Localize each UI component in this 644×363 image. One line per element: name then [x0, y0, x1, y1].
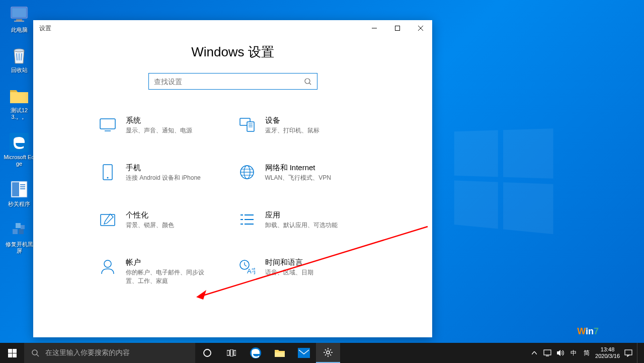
apps-icon: [238, 210, 256, 229]
accounts-icon: [99, 258, 117, 276]
tray-clock[interactable]: 13:48 2020/3/16: [595, 346, 620, 359]
tray-ime2[interactable]: 简: [582, 349, 591, 357]
svg-rect-51: [8, 353, 12, 357]
category-accounts[interactable]: 帐户你的帐户、电子邮件、同步设置、工作、家庭: [99, 258, 228, 285]
svg-rect-65: [625, 350, 632, 355]
wallpaper-windows-logo: [453, 131, 553, 232]
watermark-logo: Win7: [577, 326, 599, 337]
svg-rect-61: [298, 348, 310, 358]
svg-point-19: [305, 79, 310, 84]
taskbar-search[interactable]: 在这里输入你要搜索的内容: [24, 343, 195, 363]
category-system[interactable]: 系统显示、声音、通知、电源: [99, 116, 228, 135]
desktop-icons: 此电脑 回收站 测试123.。。 Microsoft Edge 秒关程序 修复开…: [3, 5, 35, 254]
titlebar[interactable]: 设置: [33, 20, 432, 36]
desktop-icon-this-pc[interactable]: 此电脑: [3, 5, 35, 33]
desktop-icon-recycle-bin[interactable]: 回收站: [3, 45, 35, 74]
desktop-icon-test-folder[interactable]: 测试123.。。: [3, 86, 35, 120]
settings-categories: 系统显示、声音、通知、电源 设备蓝牙、打印机、鼠标 手机连接 Android 设…: [33, 116, 432, 285]
svg-rect-13: [16, 223, 21, 228]
svg-rect-2: [16, 19, 22, 21]
system-tray: 中 简 13:48 2020/3/16: [526, 343, 644, 363]
svg-rect-11: [13, 229, 18, 234]
taskbar-edge[interactable]: [244, 343, 268, 363]
svg-rect-8: [20, 184, 25, 185]
taskbar-taskview[interactable]: [219, 343, 244, 363]
svg-text:A字: A字: [247, 267, 255, 274]
svg-rect-7: [12, 182, 19, 196]
pc-icon: [9, 5, 29, 25]
svg-line-20: [309, 83, 311, 85]
close-button[interactable]: [409, 20, 432, 36]
taskbar-items: [195, 343, 340, 363]
svg-rect-56: [227, 350, 229, 355]
tray-chevron-up-icon[interactable]: [530, 351, 539, 354]
svg-rect-9: [20, 186, 25, 187]
svg-point-53: [32, 350, 37, 355]
search-box[interactable]: [148, 73, 317, 90]
svg-rect-16: [395, 26, 400, 31]
taskbar-cortana[interactable]: [195, 343, 219, 363]
category-network[interactable]: 网络和 InternetWLAN、飞行模式、VPN: [238, 163, 367, 182]
app-icon: [9, 179, 29, 199]
svg-rect-50: [13, 349, 17, 353]
category-time-language[interactable]: A字 时间和语言语音、区域、日期: [238, 258, 367, 285]
svg-rect-10: [20, 188, 25, 189]
svg-rect-60: [275, 352, 285, 357]
category-phone[interactable]: 手机连接 Android 设备和 iPhone: [99, 163, 228, 182]
tray-volume-icon[interactable]: [556, 349, 565, 356]
desktop-icon-repair-app[interactable]: 修复开机黑屏: [3, 220, 35, 254]
repair-icon: [9, 220, 29, 240]
window-controls: [363, 20, 432, 36]
svg-rect-1: [12, 8, 26, 17]
folder-icon: [9, 86, 29, 106]
svg-point-4: [14, 49, 24, 52]
svg-point-42: [104, 260, 111, 267]
search-icon: [31, 349, 39, 357]
devices-icon: [238, 116, 256, 134]
tray-network-icon[interactable]: [543, 349, 552, 356]
tray-action-center-icon[interactable]: [624, 349, 633, 357]
svg-rect-58: [234, 350, 236, 355]
svg-rect-12: [19, 229, 24, 234]
svg-rect-3: [14, 21, 24, 22]
svg-rect-49: [8, 349, 12, 353]
svg-point-62: [327, 351, 330, 354]
category-apps[interactable]: 应用卸载、默认应用、可选功能: [238, 210, 367, 230]
search-input[interactable]: [154, 78, 304, 86]
maximize-button[interactable]: [386, 20, 409, 36]
svg-point-55: [204, 349, 211, 356]
category-devices[interactable]: 设备蓝牙、打印机、鼠标: [238, 116, 367, 135]
svg-rect-57: [230, 349, 233, 356]
svg-rect-14: [21, 225, 25, 229]
settings-content: Windows 设置 系统显示、声音、通知、电源 设备蓝牙、打印机、鼠标 手机连…: [33, 36, 432, 285]
desktop-icon-edge[interactable]: Microsoft Edge: [3, 132, 35, 167]
search-icon: [304, 78, 312, 86]
svg-rect-52: [13, 353, 17, 357]
category-personalization[interactable]: 个性化背景、锁屏、颜色: [99, 210, 228, 230]
desktop-icon-shutdown-app[interactable]: 秒关程序: [3, 179, 35, 207]
phone-icon: [99, 163, 117, 181]
taskbar-mail[interactable]: [292, 343, 316, 363]
svg-point-29: [107, 177, 109, 179]
edge-icon: [9, 132, 29, 153]
svg-line-54: [37, 354, 39, 356]
taskbar: 在这里输入你要搜索的内容 中 简 13:48 2020/3/16: [0, 343, 644, 363]
taskbar-settings[interactable]: [316, 343, 340, 363]
personalization-icon: [99, 210, 117, 229]
start-button[interactable]: [0, 343, 24, 363]
taskbar-explorer[interactable]: [268, 343, 292, 363]
recycle-bin-icon: [9, 45, 29, 65]
minimize-button[interactable]: [363, 20, 386, 36]
svg-rect-21: [100, 119, 115, 129]
show-desktop-button[interactable]: [637, 343, 640, 363]
svg-rect-63: [544, 350, 551, 355]
svg-line-45: [245, 265, 247, 266]
system-icon: [99, 116, 117, 134]
settings-window: 设置 Windows 设置 系统显示、声音、通知、电源 设备蓝牙、打印机、鼠标: [33, 20, 432, 337]
tray-ime1[interactable]: 中: [569, 349, 578, 357]
globe-icon: [238, 163, 256, 181]
page-title: Windows 设置: [33, 43, 432, 61]
window-title: 设置: [39, 24, 51, 33]
time-language-icon: A字: [238, 258, 256, 276]
